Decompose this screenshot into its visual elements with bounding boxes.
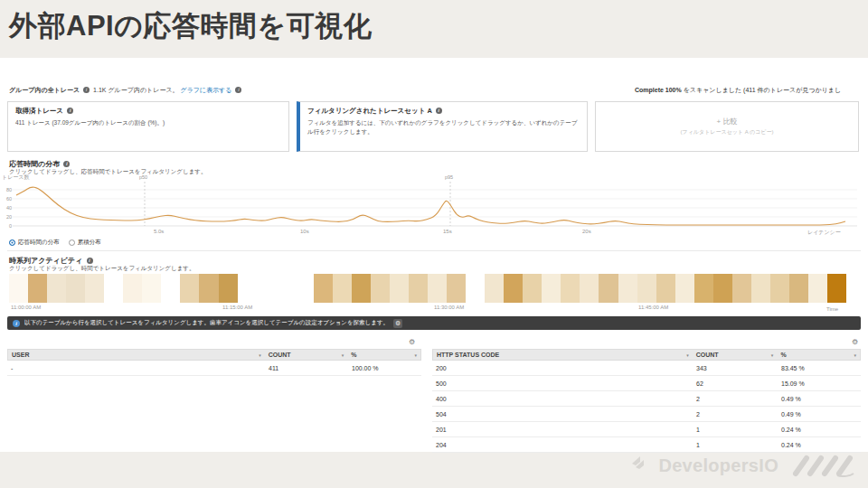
group-traces-label: グループ内の全トレース [9, 87, 80, 93]
heatmap-cell[interactable] [142, 274, 161, 303]
heatmap-cell[interactable] [770, 274, 789, 303]
info-icon[interactable]: i [83, 87, 90, 93]
latency-distribution-chart[interactable] [0, 177, 868, 235]
heatmap-cell[interactable] [199, 274, 218, 303]
column-header--[interactable]: %▾ [347, 352, 420, 358]
heatmap-cell[interactable] [47, 274, 66, 303]
column-header-count[interactable]: COUNT▾ [265, 352, 348, 358]
table-row[interactable]: 50420.49 % [432, 407, 861, 422]
table-row[interactable]: -411100.00 % [7, 361, 421, 376]
show-on-graph-link[interactable]: グラフに表示する [181, 87, 232, 93]
heatmap-cell[interactable] [675, 274, 694, 303]
heatmap-cell[interactable] [352, 274, 371, 303]
heatmap-cell[interactable] [9, 274, 28, 303]
column-header-label: HTTP STATUS CODE [437, 352, 499, 358]
table-row[interactable]: 5006215.09 % [432, 376, 861, 391]
trace-group-summary: グループ内の全トレース i 1.1K グループ内のトレース。 グラフに表示する … [9, 86, 243, 95]
sort-caret-icon[interactable]: ▾ [686, 352, 689, 358]
compare-card[interactable]: + 比較 (フィルタトレースセット A のコピー) [595, 101, 859, 152]
heatmap-cell[interactable] [428, 274, 447, 303]
timeline-activity-heatmap[interactable] [9, 274, 846, 303]
sort-caret-icon[interactable]: ▾ [342, 352, 344, 358]
radio-response-time-distribution[interactable]: 応答時間の分布 [9, 239, 60, 247]
table-row[interactable]: 20034383.45 % [432, 361, 861, 376]
heatmap-cell[interactable] [656, 274, 675, 303]
table-cell: 200 [432, 365, 693, 371]
column-header-user[interactable]: USER▾ [8, 352, 265, 358]
heatmap-cell[interactable] [238, 274, 257, 303]
table-row[interactable]: 20410.24 % [432, 437, 861, 453]
heatmap-cell[interactable] [523, 274, 542, 303]
heatmap-cell[interactable] [371, 274, 390, 303]
heatmap-cell[interactable] [314, 274, 333, 303]
user-table: USER▾COUNT▾%▾-411100.00 % [7, 349, 421, 376]
table-row[interactable]: 20110.24 % [432, 422, 861, 437]
http-status-code-table: HTTP STATUS CODE▾COUNT▾%▾20034383.45 %50… [432, 349, 861, 453]
heatmap-cell[interactable] [257, 274, 276, 303]
radio-cumulative-distribution[interactable]: 累積分布 [69, 239, 101, 247]
heatmap-cell[interactable] [333, 274, 352, 303]
page-title: 外部APIの応答時間を可視化 [9, 7, 372, 45]
heatmap-cell[interactable] [104, 274, 123, 303]
timeline-section-subtitle: クリックしてドラッグし、時間でトレースをフィルタリングします。 [9, 265, 194, 273]
heatmap-cell[interactable] [580, 274, 599, 303]
heatmap-cell[interactable] [276, 274, 295, 303]
gear-icon[interactable]: ⚙ [409, 339, 415, 346]
heatmap-cell[interactable] [542, 274, 561, 303]
retrieved-traces-card[interactable]: 取得済トレース i 411 トレース (37.09グループ内のトレースの割合 (… [7, 101, 289, 152]
sort-caret-icon[interactable]: ▾ [771, 352, 774, 358]
table-row[interactable]: 40020.49 % [432, 391, 861, 407]
heatmap-cell[interactable] [732, 274, 751, 303]
heatmap-cell[interactable] [123, 274, 142, 303]
heatmap-cell[interactable] [599, 274, 618, 303]
heatmap-cell[interactable] [295, 274, 314, 303]
column-header-count[interactable]: COUNT▾ [693, 352, 778, 358]
heatmap-cell[interactable] [180, 274, 199, 303]
column-header-label: % [780, 352, 786, 358]
heatmap-cell[interactable] [390, 274, 409, 303]
info-icon[interactable]: i [235, 87, 241, 93]
logo-text: DevelopersIO [658, 455, 778, 476]
heatmap-cell[interactable] [219, 274, 238, 303]
retrieved-traces-title-text: 取得済トレース [15, 107, 63, 115]
info-icon[interactable]: i [67, 108, 73, 114]
radio-selected-icon[interactable] [9, 239, 15, 246]
heatmap-cell[interactable] [466, 274, 485, 303]
filtered-trace-set-card[interactable]: フィルタリングされたトレースセット A i フィルタを追加するには、下のいずれか… [297, 101, 588, 152]
heatmap-cell[interactable] [504, 274, 523, 303]
table-cell: 100.00 % [348, 365, 421, 371]
radio-label: 応答時間の分布 [18, 239, 60, 247]
sort-caret-icon[interactable]: ▾ [259, 352, 261, 358]
column-header--[interactable]: %▾ [777, 352, 860, 358]
gear-icon[interactable]: ⚙ [393, 319, 402, 328]
heatmap-cell[interactable] [409, 274, 428, 303]
table-cell: 504 [432, 411, 693, 418]
heatmap-cell[interactable] [808, 274, 827, 303]
heatmap-cell[interactable] [751, 274, 770, 303]
heatmap-cell[interactable] [789, 274, 808, 303]
info-icon[interactable]: i [63, 161, 70, 167]
heatmap-cell[interactable] [561, 274, 580, 303]
info-icon[interactable]: i [436, 108, 442, 114]
radio-unselected-icon[interactable] [69, 239, 75, 246]
sort-caret-icon[interactable]: ▾ [414, 352, 417, 358]
response-time-title-text: 応答時間の分布 [9, 160, 60, 168]
column-header-http-status-code[interactable]: HTTP STATUS CODE▾ [433, 352, 693, 358]
heatmap-cell[interactable] [827, 274, 846, 303]
info-icon[interactable]: i [87, 258, 93, 264]
heatmap-cell[interactable] [637, 274, 656, 303]
heatmap-cell[interactable] [713, 274, 732, 303]
heatmap-cell[interactable] [161, 274, 180, 303]
heatmap-cell[interactable] [618, 274, 637, 303]
compare-label-text: 比較 [722, 117, 737, 126]
heatmap-cell[interactable] [28, 274, 47, 303]
heatmap-cell[interactable] [485, 274, 504, 303]
gear-icon[interactable]: ⚙ [852, 339, 858, 346]
heatmap-cell[interactable] [85, 274, 104, 303]
heatmap-cell[interactable] [447, 274, 466, 303]
scan-status: Complete 100% をスキャンしました (411 件のトレースが見つかり… [635, 86, 841, 95]
heatmap-cell[interactable] [66, 274, 85, 303]
sort-caret-icon[interactable]: ▾ [854, 352, 856, 358]
heatmap-cell[interactable] [694, 274, 713, 303]
table-cell: 201 [432, 427, 693, 433]
